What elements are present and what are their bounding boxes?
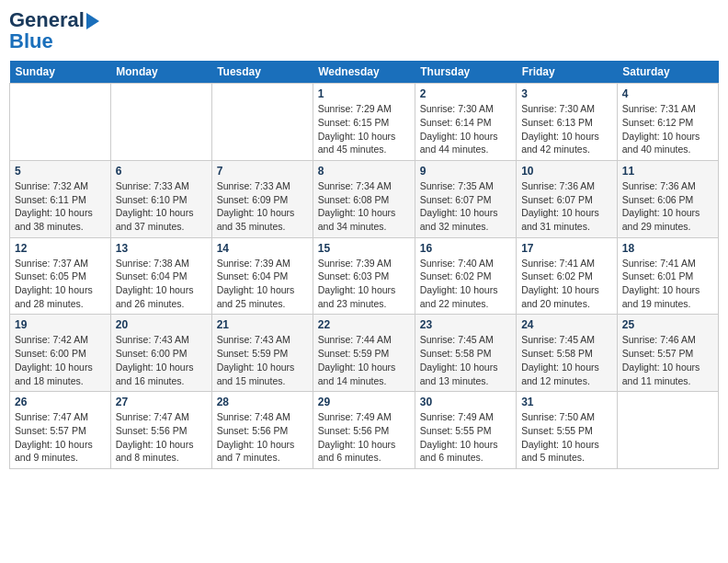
day-info: Sunrise: 7:40 AMSunset: 6:02 PMDaylight:… bbox=[420, 257, 511, 311]
week-row-5: 26Sunrise: 7:47 AMSunset: 5:57 PMDayligh… bbox=[10, 392, 719, 469]
day-info: Sunrise: 7:36 AMSunset: 6:07 PMDaylight:… bbox=[521, 179, 612, 234]
day-number: 31 bbox=[521, 396, 612, 408]
logo-blue: Blue bbox=[9, 29, 53, 53]
day-number: 22 bbox=[318, 318, 410, 331]
day-info: Sunrise: 7:39 AMSunset: 6:03 PMDaylight:… bbox=[318, 257, 410, 311]
day-cell: 14Sunrise: 7:39 AMSunset: 6:04 PMDayligh… bbox=[211, 237, 313, 315]
weekday-header-tuesday: Tuesday bbox=[211, 61, 313, 84]
day-cell: 11Sunrise: 7:36 AMSunset: 6:06 PMDayligh… bbox=[617, 160, 718, 237]
day-info: Sunrise: 7:36 AMSunset: 6:06 PMDaylight:… bbox=[622, 179, 713, 234]
day-cell: 24Sunrise: 7:45 AMSunset: 5:58 PMDayligh… bbox=[517, 315, 618, 392]
day-cell: 3Sunrise: 7:30 AMSunset: 6:13 PMDaylight… bbox=[517, 84, 618, 161]
day-cell: 26Sunrise: 7:47 AMSunset: 5:57 PMDayligh… bbox=[10, 392, 111, 469]
day-info: Sunrise: 7:31 AMSunset: 6:12 PMDaylight:… bbox=[622, 102, 713, 156]
day-number: 17 bbox=[521, 242, 612, 255]
day-number: 12 bbox=[15, 242, 106, 255]
day-number: 9 bbox=[420, 165, 511, 178]
day-cell: 16Sunrise: 7:40 AMSunset: 6:02 PMDayligh… bbox=[415, 237, 516, 315]
weekday-header-monday: Monday bbox=[110, 61, 211, 84]
day-number: 8 bbox=[318, 165, 410, 178]
day-cell: 18Sunrise: 7:41 AMSunset: 6:01 PMDayligh… bbox=[617, 237, 718, 315]
week-row-3: 12Sunrise: 7:37 AMSunset: 6:05 PMDayligh… bbox=[10, 237, 719, 315]
day-number: 20 bbox=[116, 318, 207, 331]
day-cell: 8Sunrise: 7:34 AMSunset: 6:08 PMDaylight… bbox=[313, 160, 415, 237]
day-cell: 12Sunrise: 7:37 AMSunset: 6:05 PMDayligh… bbox=[10, 237, 111, 315]
day-cell: 31Sunrise: 7:50 AMSunset: 5:55 PMDayligh… bbox=[517, 392, 618, 469]
day-number: 25 bbox=[622, 318, 713, 331]
week-row-1: 1Sunrise: 7:29 AMSunset: 6:15 PMDaylight… bbox=[10, 84, 719, 161]
day-info: Sunrise: 7:38 AMSunset: 6:04 PMDaylight:… bbox=[116, 257, 207, 311]
day-number: 5 bbox=[15, 165, 106, 178]
day-info: Sunrise: 7:47 AMSunset: 5:57 PMDaylight:… bbox=[15, 410, 106, 465]
day-cell: 30Sunrise: 7:49 AMSunset: 5:55 PMDayligh… bbox=[415, 392, 516, 469]
page-header: General Blue bbox=[9, 9, 719, 53]
day-info: Sunrise: 7:37 AMSunset: 6:05 PMDaylight:… bbox=[15, 257, 106, 311]
day-number: 1 bbox=[318, 87, 410, 100]
day-info: Sunrise: 7:50 AMSunset: 5:55 PMDaylight:… bbox=[521, 410, 612, 465]
day-info: Sunrise: 7:45 AMSunset: 5:58 PMDaylight:… bbox=[420, 333, 511, 387]
day-number: 14 bbox=[217, 242, 308, 255]
day-cell: 28Sunrise: 7:48 AMSunset: 5:56 PMDayligh… bbox=[211, 392, 313, 469]
logo-text: General bbox=[9, 9, 99, 31]
day-info: Sunrise: 7:49 AMSunset: 5:56 PMDaylight:… bbox=[318, 410, 410, 465]
day-cell bbox=[110, 84, 211, 161]
day-cell: 29Sunrise: 7:49 AMSunset: 5:56 PMDayligh… bbox=[313, 392, 415, 469]
day-number: 3 bbox=[521, 87, 612, 100]
weekday-header-row: SundayMondayTuesdayWednesdayThursdayFrid… bbox=[10, 61, 719, 84]
day-info: Sunrise: 7:33 AMSunset: 6:10 PMDaylight:… bbox=[116, 179, 207, 234]
day-cell: 13Sunrise: 7:38 AMSunset: 6:04 PMDayligh… bbox=[110, 237, 211, 315]
day-number: 6 bbox=[116, 165, 207, 178]
day-info: Sunrise: 7:32 AMSunset: 6:11 PMDaylight:… bbox=[15, 179, 106, 234]
day-number: 15 bbox=[318, 242, 410, 255]
day-info: Sunrise: 7:41 AMSunset: 6:02 PMDaylight:… bbox=[521, 257, 612, 311]
day-cell: 9Sunrise: 7:35 AMSunset: 6:07 PMDaylight… bbox=[415, 160, 516, 237]
week-row-2: 5Sunrise: 7:32 AMSunset: 6:11 PMDaylight… bbox=[10, 160, 719, 237]
day-cell: 20Sunrise: 7:43 AMSunset: 6:00 PMDayligh… bbox=[110, 315, 211, 392]
day-number: 7 bbox=[217, 165, 308, 178]
day-number: 13 bbox=[116, 242, 207, 255]
day-number: 11 bbox=[622, 165, 713, 178]
day-number: 18 bbox=[622, 242, 713, 255]
weekday-header-friday: Friday bbox=[517, 61, 618, 84]
day-number: 29 bbox=[318, 396, 410, 408]
day-info: Sunrise: 7:43 AMSunset: 6:00 PMDaylight:… bbox=[116, 333, 207, 387]
day-cell: 22Sunrise: 7:44 AMSunset: 5:59 PMDayligh… bbox=[313, 315, 415, 392]
day-cell bbox=[617, 392, 718, 469]
day-number: 24 bbox=[521, 318, 612, 331]
day-cell: 25Sunrise: 7:46 AMSunset: 5:57 PMDayligh… bbox=[617, 315, 718, 392]
day-info: Sunrise: 7:30 AMSunset: 6:13 PMDaylight:… bbox=[521, 102, 612, 156]
day-cell: 15Sunrise: 7:39 AMSunset: 6:03 PMDayligh… bbox=[313, 237, 415, 315]
weekday-header-thursday: Thursday bbox=[415, 61, 516, 84]
day-info: Sunrise: 7:30 AMSunset: 6:14 PMDaylight:… bbox=[420, 102, 511, 156]
day-info: Sunrise: 7:34 AMSunset: 6:08 PMDaylight:… bbox=[318, 179, 410, 234]
day-info: Sunrise: 7:33 AMSunset: 6:09 PMDaylight:… bbox=[217, 179, 308, 234]
day-info: Sunrise: 7:45 AMSunset: 5:58 PMDaylight:… bbox=[521, 333, 612, 387]
day-info: Sunrise: 7:39 AMSunset: 6:04 PMDaylight:… bbox=[217, 257, 308, 311]
day-number: 27 bbox=[116, 396, 207, 408]
weekday-header-wednesday: Wednesday bbox=[313, 61, 415, 84]
day-cell bbox=[211, 84, 313, 161]
day-cell: 5Sunrise: 7:32 AMSunset: 6:11 PMDaylight… bbox=[10, 160, 111, 237]
day-cell: 17Sunrise: 7:41 AMSunset: 6:02 PMDayligh… bbox=[517, 237, 618, 315]
day-info: Sunrise: 7:43 AMSunset: 5:59 PMDaylight:… bbox=[217, 333, 308, 387]
day-number: 23 bbox=[420, 318, 511, 331]
day-number: 4 bbox=[622, 87, 713, 100]
day-info: Sunrise: 7:35 AMSunset: 6:07 PMDaylight:… bbox=[420, 179, 511, 234]
day-number: 28 bbox=[217, 396, 308, 408]
day-cell bbox=[10, 84, 111, 161]
day-number: 26 bbox=[15, 396, 106, 408]
day-number: 2 bbox=[420, 87, 511, 100]
day-info: Sunrise: 7:42 AMSunset: 6:00 PMDaylight:… bbox=[15, 333, 106, 387]
day-cell: 10Sunrise: 7:36 AMSunset: 6:07 PMDayligh… bbox=[517, 160, 618, 237]
day-cell: 4Sunrise: 7:31 AMSunset: 6:12 PMDaylight… bbox=[617, 84, 718, 161]
day-cell: 27Sunrise: 7:47 AMSunset: 5:56 PMDayligh… bbox=[110, 392, 211, 469]
calendar-table: SundayMondayTuesdayWednesdayThursdayFrid… bbox=[9, 61, 719, 469]
day-info: Sunrise: 7:44 AMSunset: 5:59 PMDaylight:… bbox=[318, 333, 410, 387]
weekday-header-sunday: Sunday bbox=[10, 61, 111, 84]
day-info: Sunrise: 7:49 AMSunset: 5:55 PMDaylight:… bbox=[420, 410, 511, 465]
logo: General Blue bbox=[9, 9, 99, 53]
weekday-header-saturday: Saturday bbox=[617, 61, 718, 84]
day-info: Sunrise: 7:29 AMSunset: 6:15 PMDaylight:… bbox=[318, 102, 410, 156]
day-info: Sunrise: 7:48 AMSunset: 5:56 PMDaylight:… bbox=[217, 410, 308, 465]
day-cell: 7Sunrise: 7:33 AMSunset: 6:09 PMDaylight… bbox=[211, 160, 313, 237]
